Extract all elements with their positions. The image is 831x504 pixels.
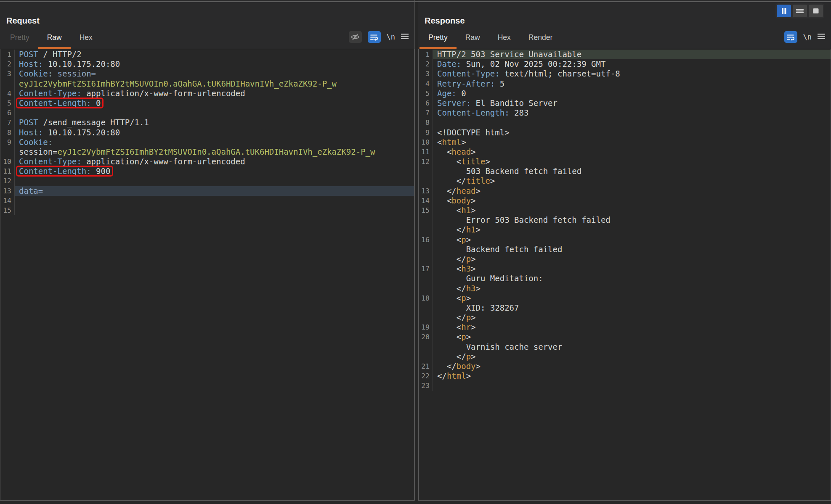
line-number: 16 [419,235,433,245]
request-editor[interactable]: 1POST / HTTP/22Host: 10.10.175.20:803Coo… [0,49,414,501]
line-number: 13 [0,186,15,196]
code-row: 20 <p> [419,332,831,342]
editor-menu-button[interactable] [401,33,409,41]
line-number: 11 [419,147,433,157]
code-row: 15 [0,206,414,215]
line-number: 2 [419,59,433,69]
rows-layout-button[interactable] [793,5,807,17]
code-row: 23 [419,381,831,391]
line-number [419,166,433,176]
code-row: 14 [0,196,414,206]
line-number: 5 [0,98,15,108]
toggle-visibility-button[interactable] [349,31,362,43]
line-number: 21 [419,362,433,371]
wrap-icon [370,34,378,41]
code-row: 6Server: El Bandito Server [419,98,831,108]
line-number: 4 [419,79,433,89]
line-number [419,303,433,313]
code-row: 3Cookie: session= [0,69,414,79]
code-row: </p> [419,313,831,322]
line-number: 8 [419,118,433,127]
tab-hex[interactable]: Hex [489,28,520,49]
request-toolbar: \n [349,28,409,49]
code-row: 12 <title> [419,157,831,166]
code-row: </p> [419,352,831,362]
panel-divider[interactable] [414,0,418,501]
code-row: Varnish cache server [419,342,831,352]
line-number: 8 [0,128,15,137]
line-number: 6 [419,98,433,108]
code-row: 22</html> [419,371,831,381]
code-row: 14 <body> [419,196,831,206]
repeater-window: Request Pretty Raw Hex [0,0,831,504]
response-title: Response [425,16,465,26]
square-layout-button[interactable] [809,5,823,17]
tab-pretty[interactable]: Pretty [1,28,38,49]
code-row: 9Cookie: [0,137,414,147]
response-header: Response Pretty Raw Hex Render [418,0,831,49]
code-row: 11Content-Length: 900 [0,166,414,176]
wrap-icon [786,34,795,41]
code-row: 4Retry-After: 5 [419,79,831,89]
code-row: 19 <hr> [419,322,831,332]
line-number: 13 [419,186,433,196]
request-header: Request Pretty Raw Hex [0,0,414,49]
line-number: 7 [0,118,15,127]
code-row: </h3> [419,284,831,293]
code-row: Error 503 Backend fetch failed [419,215,831,225]
line-number: 17 [419,264,433,274]
code-row: </h1> [419,225,831,235]
line-number [419,215,433,225]
code-row: 16 <p> [419,235,831,245]
tab-raw[interactable]: Raw [38,28,71,49]
code-row: 13 </head> [419,186,831,196]
code-row: </title> [419,176,831,186]
code-row: session=eyJ1c2VybmFtZSI6ImhBY2tMSUVOIn0.… [0,147,414,157]
newline-toggle-button[interactable]: \n [803,33,812,41]
code-row: </p> [419,254,831,264]
code-row: 8 [419,118,831,127]
request-tabs: Pretty Raw Hex [1,28,409,49]
rows-icon [796,8,804,14]
newline-toggle-button[interactable]: \n [387,33,395,41]
line-number [419,284,433,293]
code-row: 1POST / HTTP/2 [0,50,414,59]
code-row: 13data= [0,186,414,196]
line-number: 12 [0,176,15,186]
response-toolbar: \n [784,28,825,49]
soft-wrap-button[interactable] [784,31,797,43]
line-number [419,176,433,186]
line-number [419,225,433,235]
code-row: 503 Backend fetch failed [419,166,831,176]
line-number [419,352,433,362]
tab-hex[interactable]: Hex [71,28,101,49]
code-row: 6 [0,108,414,118]
soft-wrap-button[interactable] [368,31,381,43]
code-row: 18 <p> [419,293,831,303]
code-row: 5Content-Length: 0 [0,98,414,108]
code-row: 9<!DOCTYPE html> [419,128,831,137]
line-number [419,254,433,264]
line-number: 1 [419,50,433,59]
eye-slash-icon [350,33,360,41]
response-editor[interactable]: 1HTTP/2 503 Service Unavailable2Date: Su… [418,49,831,501]
pause-button[interactable] [777,5,791,17]
code-row: Guru Meditation: [419,274,831,283]
code-row: Backend fetch failed [419,245,831,254]
code-row: 21 </body> [419,362,831,371]
editor-menu-button[interactable] [818,33,825,41]
response-tabs: Pretty Raw Hex Render \n [419,28,825,49]
line-number: 15 [0,206,15,215]
line-number: 7 [419,108,433,118]
line-number: 22 [419,371,433,381]
line-number: 11 [0,166,15,176]
line-number: 23 [419,381,433,391]
pause-icon [781,8,787,14]
line-number: 19 [419,322,433,332]
code-row: XID: 328267 [419,303,831,313]
tab-render[interactable]: Render [520,28,561,49]
tab-raw[interactable]: Raw [457,28,489,49]
code-row: 2Host: 10.10.175.20:80 [0,59,414,69]
tab-pretty[interactable]: Pretty [419,28,457,49]
code-row: 4Content-Type: application/x-www-form-ur… [0,89,414,98]
